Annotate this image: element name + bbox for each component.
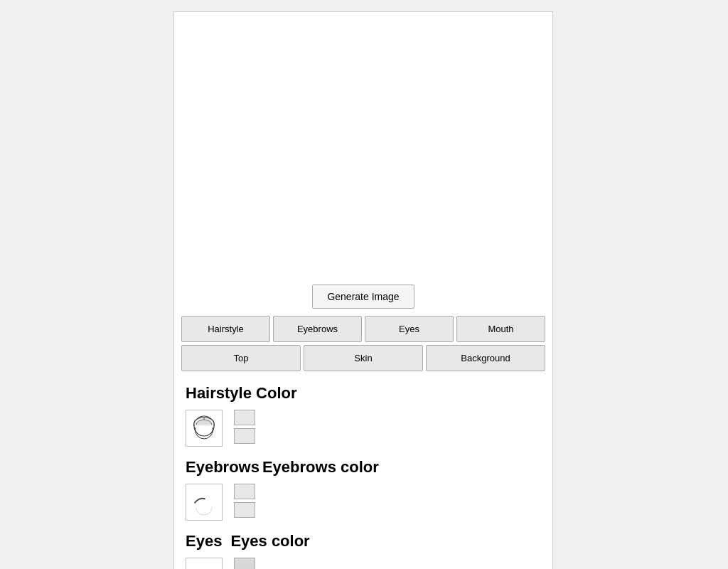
eyes-headings-row: Eyes Eyes color	[174, 526, 552, 555]
eyebrows-row	[174, 481, 552, 526]
tab-hairstyle[interactable]: Hairstyle	[181, 316, 270, 342]
hairstyle-color-swatch-1[interactable]	[234, 410, 255, 425]
eyebrows-headings-row: Eyebrows Eyebrows color	[174, 452, 552, 481]
eyes-icon	[189, 561, 219, 569]
eyebrows-thumbnail[interactable]	[186, 484, 223, 521]
main-panel: Generate Image Hairstyle Eyebrows Eyes M…	[173, 11, 553, 569]
eyes-color-swatches	[234, 558, 255, 569]
eyebrows-color-swatch-1[interactable]	[234, 484, 255, 499]
eyebrows-color-swatches	[234, 484, 255, 518]
eyes-color-heading: Eyes color	[230, 532, 309, 551]
eyes-thumbnail[interactable]	[186, 558, 223, 569]
eyes-color-swatch-1[interactable]	[234, 558, 255, 569]
hairstyle-color-row	[174, 407, 552, 452]
tab-skin[interactable]: Skin	[304, 345, 423, 371]
tab-mouth[interactable]: Mouth	[456, 316, 545, 342]
eyebrows-color-heading: Eyebrows color	[262, 458, 379, 477]
eyebrows-icon	[189, 487, 219, 517]
generate-image-button[interactable]: Generate Image	[312, 284, 414, 309]
eyes-heading: Eyes	[186, 532, 222, 551]
hairstyle-color-swatch-2[interactable]	[234, 428, 255, 444]
tab-background[interactable]: Background	[426, 345, 545, 371]
tabs-row-2: Top Skin Background	[174, 345, 552, 371]
hairstyle-color-heading: Hairstyle Color	[174, 378, 552, 407]
eyes-row	[174, 555, 552, 569]
tabs-row-1: Hairstyle Eyebrows Eyes Mouth	[174, 316, 552, 342]
tab-top[interactable]: Top	[181, 345, 301, 371]
eyebrows-color-swatch-2[interactable]	[234, 502, 255, 518]
eyebrows-heading: Eyebrows	[186, 458, 259, 477]
hairstyle-icon	[189, 413, 219, 443]
hairstyle-color-swatches	[234, 410, 255, 444]
canvas-area	[174, 12, 552, 279]
tab-eyes[interactable]: Eyes	[365, 316, 454, 342]
tab-eyebrows[interactable]: Eyebrows	[273, 316, 362, 342]
generate-btn-row: Generate Image	[174, 279, 552, 316]
hairstyle-thumbnail[interactable]	[186, 410, 223, 447]
